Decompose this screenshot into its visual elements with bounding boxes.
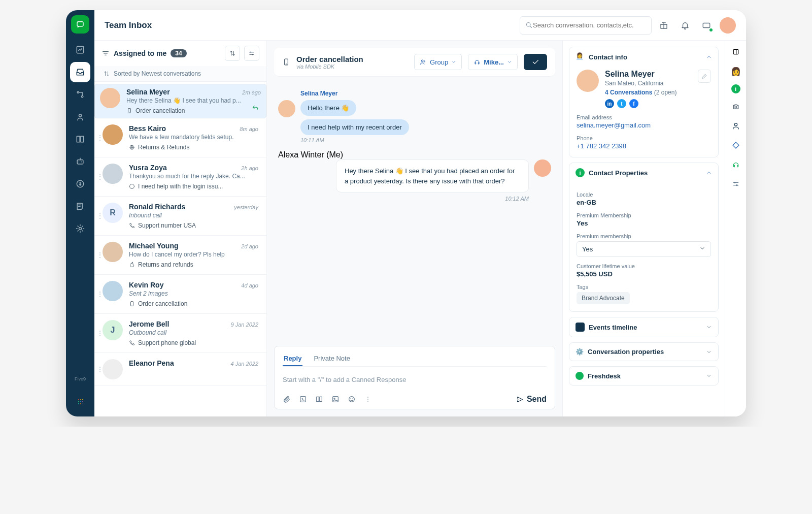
bell-icon[interactable] (676, 16, 694, 35)
nav-inbox[interactable] (70, 62, 90, 82)
sort-button[interactable] (225, 46, 240, 61)
sort-label: Sorted by Newest conversations (94, 66, 266, 82)
rail-diamond-icon[interactable] (730, 139, 742, 151)
conversation-properties-header[interactable]: ⚙️ Conversation properties (569, 343, 718, 361)
nav-billing[interactable] (70, 174, 90, 194)
rail-expand-icon[interactable] (730, 46, 742, 58)
rail-camera-icon[interactable] (730, 101, 742, 113)
nav-reports[interactable] (70, 196, 90, 216)
rail-user-icon[interactable] (730, 120, 742, 132)
availability-icon[interactable] (697, 16, 716, 35)
svg-rect-0 (77, 22, 83, 26)
facebook-icon[interactable]: f (629, 99, 638, 108)
conversation-item[interactable]: ⋮ Bess Kairo8m ago We have a few mandato… (94, 118, 266, 157)
edit-contact-button[interactable] (698, 70, 711, 83)
contact-name: Selina Meyer (605, 70, 692, 79)
svg-point-4 (79, 114, 82, 117)
conversation-item[interactable]: ⋮ Kevin Roy4d ago Sent 2 images Order ca… (94, 275, 266, 314)
svg-rect-5 (77, 160, 83, 164)
nav-contacts[interactable] (70, 107, 90, 127)
sender-name: Selina Meyer (300, 90, 551, 97)
svg-point-8 (527, 23, 531, 27)
resolve-button[interactable] (524, 54, 547, 70)
conversation-item[interactable]: ⋮ Michael Young2d ago How do I cancel my… (94, 236, 266, 275)
contact-properties-panel: i Contact Properties Localeen-GB Premium… (569, 163, 719, 312)
rail-info-icon[interactable]: i (731, 84, 740, 93)
attach-icon[interactable] (283, 395, 291, 403)
agent-message-bubble: Hey there Selina 👋 I see that you had pl… (336, 159, 529, 192)
tab-private-note[interactable]: Private Note (313, 351, 351, 366)
agent-name: Alexa Winter (Me) (278, 150, 551, 159)
nav-automation[interactable] (70, 84, 90, 105)
svg-point-28 (734, 123, 737, 126)
contact-location: San Mateo, California (605, 80, 692, 87)
freshdesk-header[interactable]: Freshdesk (569, 367, 718, 385)
conversation-item[interactable]: ⋮ Selina Meyer2m ago Hey there Selina 👋 … (94, 84, 266, 118)
image-icon[interactable] (331, 395, 340, 403)
main-nav: Five9 (66, 10, 94, 416)
search-icon (525, 21, 533, 29)
conversation-list: Assigned to me 34 Sorted by Newest conve… (94, 41, 267, 416)
message-bubble: I need help with my recent order (300, 119, 409, 135)
nav-dashboard[interactable] (70, 40, 90, 60)
search-input[interactable] (533, 21, 646, 29)
contact-email[interactable]: selina.meyer@gmail.com (577, 121, 711, 129)
rail-headset-icon[interactable] (730, 158, 742, 171)
chat-pane: Order cancellation via Mobile SDK Group … (267, 41, 562, 416)
page-title: Team Inbox (105, 20, 152, 30)
send-button[interactable]: Send (516, 395, 547, 404)
canned-icon[interactable] (299, 395, 307, 403)
svg-point-22 (367, 397, 368, 398)
svg-point-20 (334, 398, 335, 399)
filter-label[interactable]: Assigned to me (114, 49, 166, 57)
contact-info-panel: 👩‍💼 Contact info Selina Meyer San Mateo,… (569, 47, 719, 157)
svg-rect-10 (703, 23, 710, 27)
contact-phone[interactable]: +1 782 342 2398 (577, 142, 711, 150)
chevron-down-icon (451, 59, 456, 65)
agent-avatar (534, 159, 551, 177)
compose-input[interactable]: Start with a "/" to add a Canned Respons… (283, 372, 547, 395)
search-box[interactable] (520, 16, 652, 35)
nav-five9-icon[interactable]: Five9 (70, 369, 90, 389)
emoji-icon[interactable] (348, 395, 356, 403)
conversation-item[interactable]: ⋮ R Ronald Richardsyesterday Inbound cal… (94, 197, 266, 236)
tag-chip[interactable]: Brand Advocate (577, 292, 630, 304)
assignee-selector[interactable]: Mike... (468, 54, 518, 70)
rail-sliders-icon[interactable] (730, 178, 742, 190)
svg-point-16 (422, 60, 424, 62)
user-avatar[interactable] (720, 17, 736, 34)
group-selector[interactable]: Group (414, 54, 462, 70)
conversation-item[interactable]: ⋮ Eleanor Pena4 Jan 2022 (94, 353, 266, 386)
filter-button[interactable] (244, 46, 259, 61)
nav-settings[interactable] (70, 218, 90, 239)
thread-subject: Order cancellation (296, 55, 363, 63)
linkedin-icon[interactable]: in (605, 99, 614, 108)
gift-icon[interactable] (655, 16, 673, 35)
twitter-icon[interactable]: t (617, 99, 626, 108)
agent-timestamp: 10:12 AM (278, 196, 529, 202)
more-icon[interactable] (364, 395, 372, 403)
svg-point-24 (367, 401, 368, 402)
contact-info-header[interactable]: 👩‍💼 Contact info (569, 47, 718, 67)
events-timeline-header[interactable]: Events timeline (569, 317, 718, 337)
conversation-item[interactable]: ⋮ J Jerome Bell9 Jan 2022 Outbound call … (94, 314, 266, 353)
filter-count: 34 (171, 49, 186, 57)
svg-point-27 (735, 106, 737, 108)
nav-knowledge[interactable] (70, 129, 90, 149)
right-rail: 👩 i (725, 41, 746, 416)
nav-bot[interactable] (70, 151, 90, 172)
rail-contact-icon[interactable]: 👩 (730, 65, 742, 77)
freshdesk-icon (576, 372, 584, 380)
svg-point-7 (79, 228, 82, 230)
premium-select[interactable]: Yes (577, 241, 711, 257)
right-sidebar: 👩‍💼 Contact info Selina Meyer San Mateo,… (562, 41, 725, 416)
app-logo[interactable] (71, 15, 89, 34)
faq-icon[interactable] (315, 395, 323, 403)
tab-reply[interactable]: Reply (283, 351, 302, 366)
mobile-icon (282, 56, 290, 68)
message-timestamp: 10:11 AM (300, 137, 551, 143)
conversation-item[interactable]: ⋮ Yusra Zoya2h ago Thankyou so much for … (94, 157, 266, 197)
nav-apps[interactable] (70, 391, 90, 411)
contact-properties-header[interactable]: i Contact Properties (569, 163, 718, 182)
filter-icon (101, 49, 110, 57)
